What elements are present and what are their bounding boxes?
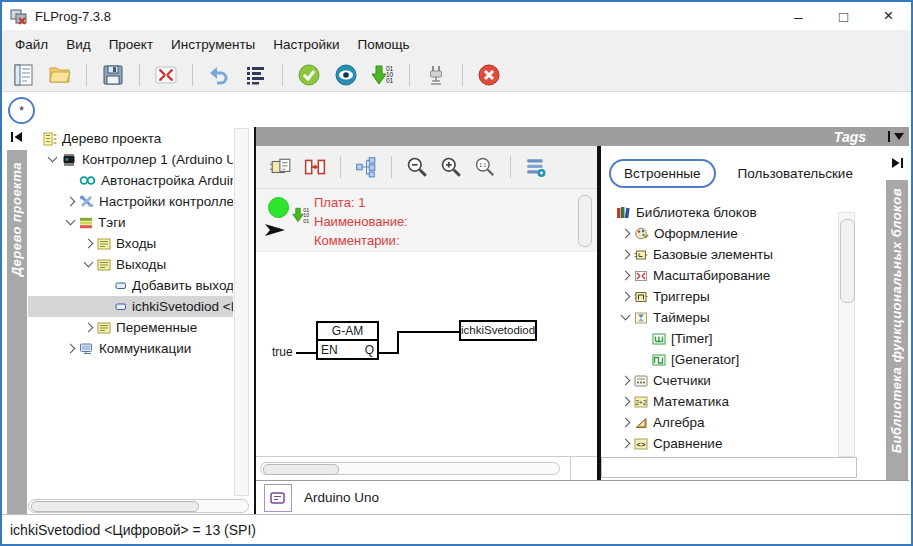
menu-settings[interactable]: Настройки: [264, 33, 348, 56]
chevron-right-icon[interactable]: [619, 374, 633, 388]
tree-item-controller[interactable]: Контроллер 1 (Arduino Uno): [28, 149, 233, 170]
hourglass-icon: [634, 312, 648, 324]
block-input-pin[interactable]: EN: [321, 343, 338, 357]
view-list-icon[interactable]: [525, 156, 547, 178]
set-square-icon: [634, 417, 648, 429]
zoom-out-icon[interactable]: [406, 156, 428, 178]
chevron-down-icon[interactable]: [894, 133, 904, 140]
library-hscrollbar[interactable]: [601, 457, 857, 478]
minimize-button[interactable]: –: [776, 2, 821, 30]
simulation-eye-icon[interactable]: [333, 62, 359, 88]
library-vscrollbar[interactable]: [838, 212, 855, 457]
lib-item-decoration[interactable]: Оформление: [601, 223, 836, 244]
lib-item-math[interactable]: 2+2 Математика: [601, 391, 836, 412]
lib-item-scaling[interactable]: Масштабирование: [601, 265, 836, 286]
tree-item-autosetup[interactable]: Автонастройка Arduino I: [28, 170, 233, 191]
chevron-down-icon[interactable]: [619, 311, 633, 325]
chevron-right-icon[interactable]: [619, 227, 633, 241]
board-tab[interactable]: Arduino Uno: [256, 480, 909, 514]
scheme-hscrollbar[interactable]: [260, 462, 560, 475]
input-constant-label[interactable]: true: [272, 345, 293, 359]
project-tree-vscrollbar[interactable]: [234, 128, 249, 496]
scheme-canvas[interactable]: true G-AM EN Q ichkiSvetodiod: [256, 252, 597, 456]
tab-builtin[interactable]: Встроенные: [609, 159, 716, 188]
close-button[interactable]: ×: [866, 2, 911, 30]
project-tab[interactable]: *: [8, 97, 35, 124]
chevron-down-icon[interactable]: [64, 216, 78, 230]
open-project-icon[interactable]: [47, 62, 73, 88]
chevron-down-icon[interactable]: [46, 153, 60, 167]
chevron-right-icon[interactable]: [64, 342, 78, 356]
menu-file[interactable]: Файл: [6, 33, 57, 56]
lib-item-triggers[interactable]: Триггеры: [601, 286, 836, 307]
lib-item-root[interactable]: Библиотека блоков: [601, 202, 836, 223]
tree-item-add-output[interactable]: Добавить выход: [28, 275, 233, 296]
port-connection-icon[interactable]: [423, 62, 449, 88]
chip-icon: [61, 153, 77, 167]
svg-text:1:1: 1:1: [479, 162, 486, 168]
svg-text:2+2: 2+2: [635, 399, 646, 406]
lib-item-timers[interactable]: Таймеры: [601, 307, 836, 328]
zoom-in-icon[interactable]: [440, 156, 462, 178]
chevron-right-icon[interactable]: [619, 437, 633, 451]
new-project-icon[interactable]: [10, 62, 36, 88]
chevron-right-icon[interactable]: [64, 195, 78, 209]
chevron-right-icon[interactable]: [619, 416, 633, 430]
zoom-actual-icon[interactable]: 1:1: [474, 156, 496, 178]
maximize-button[interactable]: □: [821, 2, 866, 30]
scrollbar-thumb[interactable]: [31, 501, 199, 512]
block-edit-icon[interactable]: [270, 156, 292, 178]
chevron-right-icon[interactable]: [82, 237, 96, 251]
menu-view[interactable]: Вид: [57, 33, 99, 56]
chevron-down-icon[interactable]: [82, 258, 96, 272]
lib-item-basic[interactable]: Базовые элементы: [601, 244, 836, 265]
chevron-right-icon[interactable]: [619, 269, 633, 283]
lib-item-compare[interactable]: <> Сравнение: [601, 433, 836, 454]
menu-help[interactable]: Помощь: [349, 33, 419, 56]
block-output-pin[interactable]: Q: [365, 343, 374, 357]
output-tag-block[interactable]: ichkiSvetodiod: [459, 320, 537, 341]
tree-item-ichkisvetodiod[interactable]: ichkiSvetodiod <Ц: [28, 296, 233, 317]
tree-item-inputs[interactable]: Входы: [28, 233, 233, 254]
tree-item-outputs[interactable]: Выходы: [28, 254, 233, 275]
scrollbar-thumb[interactable]: [840, 219, 855, 303]
chevron-right-icon[interactable]: [619, 290, 633, 304]
library-strip-label: Библиотека функциональных блоков: [889, 188, 904, 453]
lib-item-timer[interactable]: [Timer]: [601, 328, 836, 349]
tree-item-tags[interactable]: Тэги: [28, 212, 233, 233]
tree-item-project-root[interactable]: Дерево проекта: [28, 128, 233, 149]
function-block-gam[interactable]: G-AM EN Q: [316, 321, 379, 360]
menu-tools[interactable]: Инструменты: [162, 33, 264, 56]
tab-custom[interactable]: Пользовательские: [738, 166, 853, 181]
lib-item-generator[interactable]: [Generator]: [601, 349, 836, 370]
chevron-right-icon[interactable]: [619, 395, 633, 409]
board-header-scrollbar[interactable]: [578, 195, 592, 247]
project-tree-hscrollbar[interactable]: [28, 499, 249, 513]
chevron-right-icon[interactable]: [82, 321, 96, 335]
save-project-icon[interactable]: [100, 62, 126, 88]
code-view-icon[interactable]: [243, 62, 269, 88]
menu-project[interactable]: Проект: [100, 33, 162, 56]
upload-code-icon[interactable]: 01 10 01: [370, 62, 396, 88]
check-project-icon[interactable]: [296, 62, 322, 88]
tree-item-communications[interactable]: Коммуникации: [28, 338, 233, 359]
compare-icon: <>: [634, 438, 648, 450]
undo-icon[interactable]: [206, 62, 232, 88]
tree-item-variables[interactable]: Переменные: [28, 317, 233, 338]
board-status-icon: [268, 197, 289, 218]
lib-item-algebra[interactable]: Алгебра: [601, 412, 836, 433]
compile-icon[interactable]: [153, 62, 179, 88]
lib-item-counters[interactable]: Счетчики: [601, 370, 836, 391]
scrollbar-thumb[interactable]: [263, 464, 339, 475]
collapse-left-icon[interactable]: [7, 124, 27, 150]
lib-item-label: Математика: [653, 394, 729, 409]
tree-item-controller-settings[interactable]: Настройки контроллера: [28, 191, 233, 212]
pin-icon[interactable]: [888, 131, 890, 142]
collapse-right-icon[interactable]: [886, 146, 908, 180]
block-insert-icon[interactable]: [304, 156, 326, 178]
board-header: 01 10 01 Плата: 1 Наименование: Коммента…: [256, 189, 597, 252]
palette-icon: [634, 227, 649, 240]
scheme-tree-icon[interactable]: [355, 156, 377, 178]
exit-icon[interactable]: [476, 62, 502, 88]
chevron-right-icon[interactable]: [619, 248, 633, 262]
